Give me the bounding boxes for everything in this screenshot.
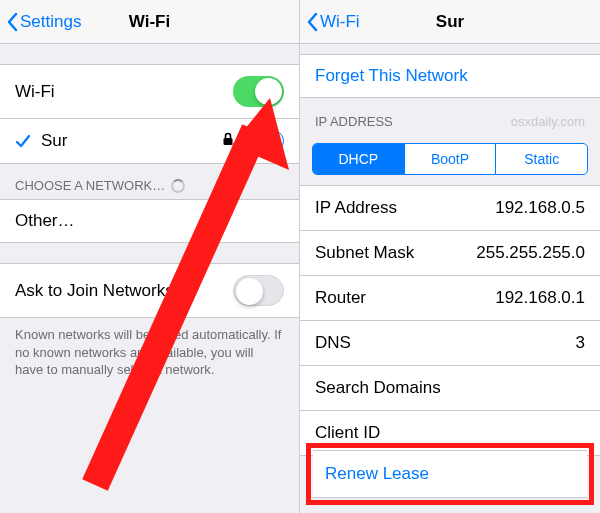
wifi-signal-icon bbox=[240, 131, 256, 151]
watermark-text: osxdaily.com bbox=[511, 114, 585, 129]
subnet-mask-row: Subnet Mask 255.255.255.0 bbox=[300, 231, 600, 276]
ip-address-header: IP ADDRESS osxdaily.com bbox=[300, 98, 600, 133]
seg-dhcp[interactable]: DHCP bbox=[313, 144, 405, 174]
dns-label: DNS bbox=[315, 333, 351, 353]
navbar-left: Settings Wi-Fi bbox=[0, 0, 299, 44]
checkmark-icon bbox=[15, 133, 33, 149]
wifi-switch[interactable] bbox=[233, 76, 284, 107]
wifi-toggle-label: Wi-Fi bbox=[15, 82, 233, 102]
dns-value: 3 bbox=[576, 333, 585, 353]
renew-lease-label: Renew Lease bbox=[325, 464, 429, 483]
search-domains-row[interactable]: Search Domains bbox=[300, 366, 600, 411]
choose-network-header: CHOOSE A NETWORK… bbox=[0, 164, 299, 199]
forget-network-label: Forget This Network bbox=[315, 66, 468, 86]
renew-lease-button[interactable]: Renew Lease bbox=[313, 450, 587, 498]
forget-network-button[interactable]: Forget This Network bbox=[300, 54, 600, 98]
connected-network-row[interactable]: Sur i bbox=[0, 119, 299, 164]
ip-address-label: IP Address bbox=[315, 198, 397, 218]
ask-to-join-switch[interactable] bbox=[233, 275, 284, 306]
wifi-toggle-row: Wi-Fi bbox=[0, 64, 299, 119]
subnet-mask-value: 255.255.255.0 bbox=[476, 243, 585, 263]
spinner-icon bbox=[171, 179, 185, 193]
ask-to-join-footer: Known networks will be joined automatica… bbox=[0, 318, 299, 385]
chevron-left-icon bbox=[6, 12, 18, 32]
renew-lease-highlight: Renew Lease bbox=[306, 443, 594, 505]
ip-mode-segmented[interactable]: DHCP BootP Static bbox=[312, 143, 588, 175]
search-domains-label: Search Domains bbox=[315, 378, 441, 398]
connected-network-name: Sur bbox=[41, 131, 222, 151]
seg-static[interactable]: Static bbox=[496, 144, 587, 174]
back-button-wifi[interactable]: Wi-Fi bbox=[300, 12, 360, 32]
other-network-row[interactable]: Other… bbox=[0, 199, 299, 243]
seg-bootp[interactable]: BootP bbox=[405, 144, 497, 174]
info-icon[interactable]: i bbox=[262, 130, 284, 152]
svg-rect-0 bbox=[224, 138, 233, 145]
wifi-settings-pane: Settings Wi-Fi Wi-Fi Sur i bbox=[0, 0, 300, 513]
router-value: 192.168.0.1 bbox=[495, 288, 585, 308]
back-button-settings[interactable]: Settings bbox=[0, 12, 81, 32]
chevron-left-icon bbox=[306, 12, 318, 32]
ip-address-value: 192.168.0.5 bbox=[495, 198, 585, 218]
network-detail-pane: Wi-Fi Sur Forget This Network IP ADDRESS… bbox=[300, 0, 600, 513]
subnet-mask-label: Subnet Mask bbox=[315, 243, 414, 263]
other-label: Other… bbox=[15, 211, 284, 231]
client-id-label: Client ID bbox=[315, 423, 380, 443]
ask-to-join-row: Ask to Join Networks bbox=[0, 263, 299, 318]
router-label: Router bbox=[315, 288, 366, 308]
lock-icon bbox=[222, 131, 234, 151]
back-label: Wi-Fi bbox=[320, 12, 360, 32]
ip-address-row: IP Address 192.168.0.5 bbox=[300, 185, 600, 231]
dns-row[interactable]: DNS 3 bbox=[300, 321, 600, 366]
back-label: Settings bbox=[20, 12, 81, 32]
router-row: Router 192.168.0.1 bbox=[300, 276, 600, 321]
ask-to-join-label: Ask to Join Networks bbox=[15, 281, 233, 301]
navbar-right: Wi-Fi Sur bbox=[300, 0, 600, 44]
